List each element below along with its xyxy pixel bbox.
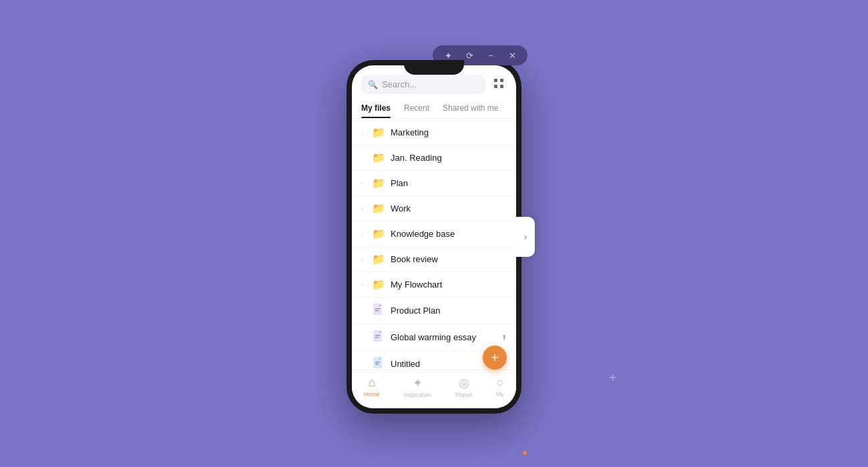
- nav-my-label: My: [496, 391, 504, 398]
- svg-rect-8: [375, 335, 380, 336]
- list-item[interactable]: Product Plan: [352, 298, 516, 324]
- svg-rect-12: [375, 364, 379, 365]
- history-button[interactable]: ⟳: [463, 49, 475, 61]
- folder-icon: 📁: [372, 177, 385, 189]
- svg-rect-1: [500, 79, 503, 82]
- file-name: Work: [391, 203, 507, 213]
- chevron-icon: ›: [361, 256, 367, 263]
- list-item[interactable]: 📁 Jan. Reading: [352, 145, 516, 171]
- svg-rect-0: [494, 79, 497, 82]
- file-name: Product Plan: [391, 306, 507, 316]
- tab-bar: My files Recent Shared with me: [352, 99, 516, 119]
- list-item[interactable]: › 📁 My Flowchart: [352, 272, 516, 298]
- close-button[interactable]: ✕: [506, 49, 518, 61]
- inspiration-icon: ✦: [413, 376, 423, 390]
- bg-dot-decoration: [523, 451, 527, 455]
- phone-notch: [404, 60, 464, 75]
- folder-icon: 📁: [372, 202, 385, 215]
- folder-icon: 📁: [372, 126, 385, 139]
- svg-rect-6: [375, 310, 379, 312]
- file-name: Marketing: [391, 127, 507, 137]
- nav-planet[interactable]: ◎ Planet: [455, 376, 473, 398]
- file-name: Global warming essay: [391, 332, 493, 342]
- folder-icon: 📁: [372, 253, 385, 266]
- chevron-icon: ›: [361, 180, 367, 187]
- chevron-icon: ›: [361, 231, 367, 238]
- bottom-navigation: ⌂ Home ✦ Inspiration ◎ Planet ○ My: [352, 370, 516, 408]
- folder-icon: 📁: [372, 151, 385, 164]
- list-item[interactable]: › 📁 Book review: [352, 247, 516, 272]
- search-placeholder: Search...: [382, 79, 417, 89]
- file-name: Book review: [391, 254, 507, 264]
- file-name: My Flowchart: [391, 280, 507, 290]
- side-panel-arrow[interactable]: ›: [516, 217, 535, 257]
- nav-planet-label: Planet: [455, 392, 473, 398]
- svg-rect-5: [375, 308, 380, 310]
- tab-my-files[interactable]: My files: [361, 99, 397, 118]
- nav-home-label: Home: [364, 391, 380, 398]
- phone-screen: 🔍 Search... My files Recent Share: [352, 65, 516, 408]
- list-item[interactable]: › 📁 Knowledge base: [352, 221, 516, 247]
- tab-recent[interactable]: Recent: [397, 99, 436, 118]
- doc-icon: [372, 330, 385, 344]
- phone-frame: › 🔍 Search... My files: [347, 60, 521, 414]
- list-item[interactable]: › 📁 Plan: [352, 171, 516, 196]
- nav-my[interactable]: ○ My: [496, 376, 504, 398]
- grid-view-button[interactable]: [491, 75, 507, 94]
- svg-rect-3: [500, 85, 503, 88]
- tab-shared-with-me[interactable]: Shared with me: [436, 99, 505, 118]
- bg-plus-decoration: +: [609, 370, 617, 386]
- add-fab-button[interactable]: +: [483, 346, 507, 370]
- planet-icon: ◎: [459, 376, 469, 390]
- file-list: › 📁 Marketing 📁 Jan. Reading › 📁 Plan › …: [352, 120, 516, 370]
- doc-icon: [372, 304, 385, 318]
- nav-home[interactable]: ⌂ Home: [364, 376, 380, 398]
- file-name: Jan. Reading: [391, 153, 507, 163]
- folder-icon: 📁: [372, 278, 385, 291]
- nav-inspiration-label: Inspiration: [404, 392, 432, 398]
- home-icon: ⌂: [368, 376, 375, 390]
- chevron-icon: ›: [361, 205, 367, 212]
- list-item[interactable]: › 📁 Marketing: [352, 120, 516, 145]
- nav-inspiration[interactable]: ✦ Inspiration: [404, 376, 432, 398]
- list-item[interactable]: › 📁 Work: [352, 196, 516, 221]
- my-icon: ○: [497, 376, 504, 390]
- search-icon: 🔍: [368, 80, 378, 89]
- minimize-button[interactable]: −: [485, 49, 497, 61]
- file-name: Knowledge base: [391, 229, 507, 239]
- search-input-wrap[interactable]: 🔍 Search...: [361, 75, 485, 94]
- svg-rect-9: [375, 337, 379, 338]
- share-icon: ⬆: [501, 334, 507, 341]
- doc-icon: [372, 357, 385, 370]
- svg-rect-2: [494, 85, 497, 88]
- svg-rect-11: [375, 362, 380, 363]
- chevron-icon: ›: [361, 282, 367, 288]
- folder-icon: 📁: [372, 227, 385, 240]
- chevron-icon: ›: [361, 129, 367, 136]
- file-name: Plan: [391, 178, 507, 188]
